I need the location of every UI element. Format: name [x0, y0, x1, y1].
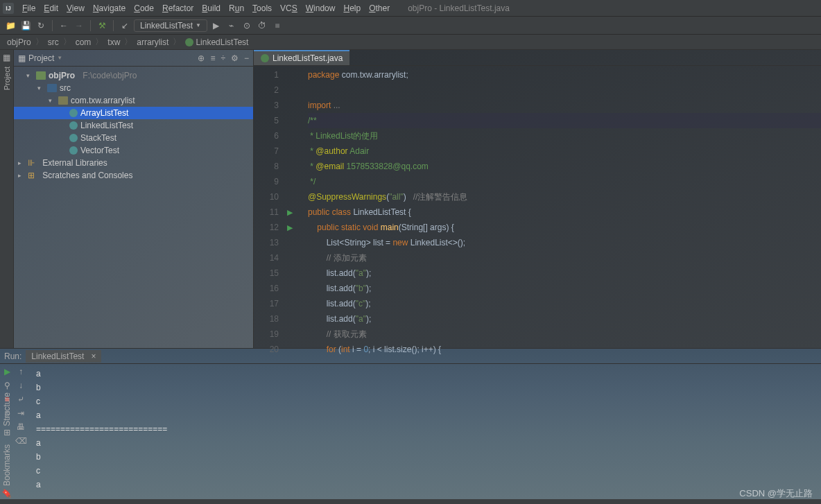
breadcrumb-bar: objPro〉 src〉 com〉 txw〉 arrarylist〉 Linke… [0, 35, 821, 50]
debug-icon[interactable]: ⌁ [225, 19, 238, 32]
bookmark-icon: 🔖 [2, 489, 12, 499]
menu-refactor[interactable]: Refactor [158, 2, 198, 15]
class-icon [69, 134, 78, 142]
chevron-down-icon: ▼ [196, 22, 201, 28]
tree-class[interactable]: StackTest [14, 132, 253, 144]
menu-code[interactable]: Code [130, 2, 158, 15]
code-area[interactable]: 123567891011121314151617181920 ▶▶ packag… [254, 66, 821, 358]
class-icon [69, 146, 78, 155]
breadcrumb[interactable]: arrarylist [134, 37, 171, 47]
tree-package[interactable]: ▾com.txw.arrarylist [14, 94, 253, 107]
save-all-icon[interactable]: 💾 [19, 19, 32, 32]
window-title: objPro - LinkedListTest.java [408, 3, 510, 13]
profile-icon[interactable]: ⏱ [256, 19, 268, 32]
coverage-icon[interactable]: ⊙ [241, 19, 253, 32]
close-icon[interactable]: × [91, 351, 96, 361]
hide-icon[interactable]: − [244, 53, 249, 63]
add-config-icon[interactable]: ↙ [119, 19, 131, 32]
folder-icon [47, 84, 57, 92]
editor-tab[interactable]: LinkedListTest.java [254, 50, 349, 65]
scroll-icon[interactable]: ⇥ [17, 408, 24, 418]
stop-icon[interactable]: ■ [271, 19, 284, 32]
open-icon[interactable]: 📁 [4, 19, 17, 32]
class-icon [69, 109, 78, 117]
menu-edit[interactable]: Edit [40, 2, 62, 15]
locate-icon[interactable]: ⊕ [198, 53, 205, 63]
main-area: ▦ Project ▦ Project ▼ ⊕ ≡ ÷ ⚙ − ▾objPro … [0, 50, 821, 348]
project-tool-icon[interactable]: ▦ [3, 53, 10, 62]
menu-bar: IJ File Edit View Navigate Code Refactor… [0, 0, 821, 17]
down-icon[interactable]: ↓ [19, 381, 23, 390]
menu-navigate[interactable]: Navigate [89, 2, 130, 15]
run-header: Run: LinkedListTest× [0, 349, 821, 364]
class-icon [69, 121, 78, 130]
back-icon[interactable]: ← [58, 19, 70, 32]
library-icon: ⊪ [28, 158, 35, 168]
run-config-selector[interactable]: LinkedListTest ▼ [134, 19, 207, 32]
settings-icon[interactable]: ⚙ [231, 53, 239, 63]
tree-external-libs[interactable]: ▸⊪ External Libraries [14, 157, 253, 169]
run-tab[interactable]: LinkedListTest× [26, 350, 101, 363]
editor: LinkedListTest.java 12356789101112131415… [254, 50, 821, 348]
soft-wrap-icon[interactable]: ⤶ [17, 394, 24, 404]
app-icon: IJ [3, 3, 14, 14]
tree-class[interactable]: ArrayListTest [14, 107, 253, 119]
menu-help[interactable]: Help [339, 2, 365, 15]
watermark: CSDN @学无止路 [739, 487, 813, 500]
class-icon [261, 54, 269, 62]
line-gutter: 123567891011121314151617181920 [254, 66, 284, 358]
tree-src[interactable]: ▾src [14, 82, 253, 94]
menu-file[interactable]: File [18, 2, 40, 15]
breadcrumb[interactable]: objPro [4, 37, 34, 47]
menu-build[interactable]: Build [198, 2, 225, 15]
run-icon[interactable]: ▶ [210, 19, 223, 32]
tree-root[interactable]: ▾objPro F:\code\objPro [14, 69, 253, 82]
breadcrumb[interactable]: com [73, 37, 94, 47]
tree-class[interactable]: VectorTest [14, 144, 253, 157]
expand-all-icon[interactable]: ≡ [210, 53, 215, 63]
menu-view[interactable]: View [62, 2, 89, 15]
structure-icon: ⊞ [2, 429, 12, 436]
project-view-icon: ▦ [18, 53, 26, 63]
run-gutter: ▶▶ [284, 66, 295, 358]
tree-class[interactable]: LinkedListTest [14, 119, 253, 132]
package-icon [58, 96, 68, 105]
breadcrumb[interactable]: LinkedListTest [182, 37, 251, 47]
run-config-label: LinkedListTest [140, 21, 193, 31]
collapse-all-icon[interactable]: ÷ [221, 53, 225, 63]
up-icon[interactable]: ↑ [19, 367, 23, 376]
clear-icon[interactable]: ⌫ [15, 436, 27, 446]
project-tree: ▾objPro F:\code\objPro ▾src ▾com.txw.arr… [14, 67, 253, 184]
main-toolbar: 📁 💾 ↻ ← → ⚒ ↙ LinkedListTest ▼ ▶ ⌁ ⊙ ⏱ ■ [0, 17, 821, 35]
project-header: ▦ Project ▼ ⊕ ≡ ÷ ⚙ − [14, 50, 253, 67]
folder-icon [36, 71, 46, 80]
structure-tool-label[interactable]: ⊞Structure [2, 392, 12, 436]
bookmarks-tool-label[interactable]: 🔖Bookmarks [2, 444, 12, 499]
menu-window[interactable]: Window [302, 2, 340, 15]
refresh-icon[interactable]: ↻ [35, 19, 47, 32]
project-tool-label[interactable]: Project [3, 67, 11, 90]
editor-tabs: LinkedListTest.java [254, 50, 821, 66]
project-label[interactable]: Project [28, 53, 54, 63]
menu-tools[interactable]: Tools [248, 2, 276, 15]
menu-run[interactable]: Run [225, 2, 248, 15]
project-tool-window: ▦ Project ▼ ⊕ ≡ ÷ ⚙ − ▾objPro F:\code\ob… [14, 50, 254, 348]
class-icon [185, 38, 193, 46]
tree-scratches[interactable]: ▸⊞ Scratches and Consoles [14, 169, 253, 182]
menu-other[interactable]: Other [365, 2, 394, 15]
code-body[interactable]: package com.txw.arrarylist;import .../**… [295, 66, 821, 358]
breadcrumb[interactable]: txw [105, 37, 123, 47]
run-side-toolbar-2: ↑ ↓ ⤶ ⇥ 🖶 ⌫ [14, 364, 28, 499]
breadcrumb[interactable]: src [45, 37, 62, 47]
build-icon[interactable]: ⚒ [96, 19, 108, 32]
console-output[interactable]: abca===========================abca [28, 364, 821, 499]
run-tool-window: Run: LinkedListTest× ▶ ⚲ ■ ⎋ ↑ ↓ ⤶ ⇥ 🖶 ⌫… [0, 348, 821, 499]
tab-label: LinkedListTest.java [273, 53, 343, 63]
forward-icon[interactable]: → [73, 19, 85, 32]
menu-vcs[interactable]: VCS [276, 2, 302, 15]
chevron-down-icon[interactable]: ▼ [57, 55, 62, 61]
scratch-icon: ⊞ [28, 171, 35, 180]
print-icon[interactable]: 🖶 [17, 422, 25, 432]
left-tool-strip: ▦ Project [0, 50, 14, 348]
